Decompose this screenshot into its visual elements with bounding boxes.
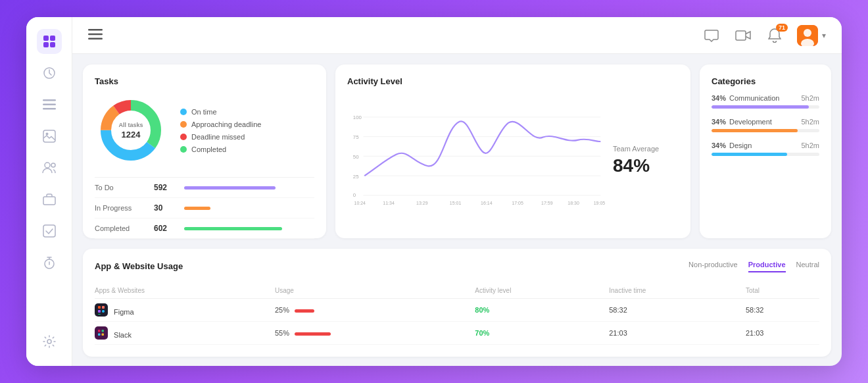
svg-point-15: [47, 340, 51, 344]
completed-dot: [180, 146, 187, 153]
slack-total: 21:03: [746, 322, 819, 345]
activity-inner: 100 75 50 25 0: [347, 94, 679, 226]
team-avg-value: 84%: [613, 155, 650, 176]
col-usage: Usage: [275, 284, 475, 299]
header: 71 ▾: [72, 17, 842, 54]
svg-rect-1: [50, 36, 55, 41]
col-inactive: Inactive time: [609, 284, 746, 299]
svg-text:75: 75: [353, 134, 359, 140]
main-window: 71 ▾ Tasks: [26, 17, 842, 366]
cat-comm-header: 34% Communication 5h2m: [711, 94, 819, 102]
slack-name: Slack: [114, 331, 132, 339]
svg-point-10: [45, 163, 50, 168]
missed-dot: [180, 134, 187, 140]
video-icon-button[interactable]: [734, 26, 752, 45]
table-row: Figma 25% 80% 58:32 58:32: [95, 299, 819, 322]
cat-comm-bar: [711, 105, 809, 109]
sidebar-item-clock[interactable]: [37, 61, 62, 86]
categories-card: Categories 34% Communication 5h2m: [700, 64, 831, 238]
user-menu[interactable]: ▾: [797, 25, 826, 46]
notification-badge: 71: [776, 24, 788, 32]
menu-button[interactable]: [88, 28, 103, 43]
inprogress-count: 30: [154, 203, 178, 213]
svg-rect-48: [98, 306, 101, 309]
table-row: Slack 55% 70% 21:03 21:03: [95, 322, 819, 345]
svg-rect-12: [43, 197, 55, 205]
cat-design-bar-bg: [711, 153, 819, 156]
top-content: Tasks: [72, 54, 842, 249]
sidebar-item-check[interactable]: [37, 218, 62, 243]
svg-rect-16: [88, 29, 103, 31]
slack-activity: 70%: [475, 322, 609, 345]
line-chart-svg: 100 75 50 25 0: [347, 94, 606, 226]
completed-count: 602: [154, 224, 178, 233]
tab-neutral[interactable]: Neutral: [796, 261, 819, 272]
usage-table-header: Apps & Websites Usage Activity level Ina…: [95, 284, 819, 299]
header-left: [88, 28, 103, 43]
svg-text:17:05: 17:05: [512, 201, 523, 205]
svg-rect-49: [102, 306, 105, 309]
bell-icon-button[interactable]: 71: [765, 26, 784, 45]
figma-app-cell: Figma: [95, 299, 275, 322]
team-average: Team Average 84%: [613, 94, 679, 226]
sidebar-item-settings[interactable]: [37, 329, 62, 354]
category-communication: 34% Communication 5h2m: [711, 94, 819, 109]
svg-text:11:34: 11:34: [383, 201, 395, 205]
svg-text:18:30: 18:30: [567, 201, 579, 205]
figma-usage-bar: [295, 309, 314, 313]
donut-center-label: All tasks 1224: [118, 120, 143, 141]
svg-rect-6: [43, 104, 56, 106]
usage-title: App & Website Usage: [95, 261, 183, 271]
svg-point-21: [804, 29, 811, 37]
usage-tabs: Non-productive Productive Neutral: [688, 261, 819, 272]
activity-card: Activity Level 100 75 50 25 0: [335, 64, 690, 238]
category-design: 34% Design 5h2m: [711, 141, 819, 156]
task-row-completed: Completed 602: [95, 218, 314, 239]
categories-title: Categories: [711, 76, 819, 86]
cat-comm-name-wrap: 34% Communication: [711, 94, 779, 102]
svg-rect-2: [43, 42, 49, 47]
cat-comm-name: Communication: [729, 94, 779, 102]
cat-design-header: 34% Design 5h2m: [711, 141, 819, 149]
svg-rect-55: [102, 330, 105, 332]
svg-text:17:59: 17:59: [541, 201, 553, 205]
sidebar-item-dashboard[interactable]: [37, 29, 62, 54]
slack-usage: 55%: [275, 322, 475, 345]
svg-rect-13: [43, 225, 55, 237]
tasks-top: All tasks 1224 On time Approaching deadl…: [95, 94, 314, 166]
cat-dev-header: 34% Development 5h2m: [711, 118, 819, 126]
svg-point-9: [45, 133, 48, 136]
cat-dev-bar-bg: [711, 129, 819, 132]
inprogress-label: In Progress: [95, 204, 147, 212]
svg-rect-52: [98, 314, 101, 315]
svg-text:13:29: 13:29: [416, 201, 428, 205]
todo-bar-wrap: [184, 186, 314, 190]
sidebar-item-list[interactable]: [37, 92, 62, 117]
line-chart-area: 100 75 50 25 0: [347, 94, 606, 226]
figma-usage-pct: 25%: [275, 306, 289, 314]
sidebar-item-image[interactable]: [37, 124, 62, 149]
legend-approaching: Approaching deadline: [180, 120, 261, 128]
col-app: Apps & Websites: [95, 284, 275, 299]
task-row-todo: To Do 592: [95, 178, 314, 198]
header-right: 71 ▾: [702, 25, 826, 46]
sidebar: [26, 17, 72, 366]
tab-non-productive[interactable]: Non-productive: [688, 261, 738, 272]
donut-legend: On time Approaching deadline Deadline mi…: [180, 108, 261, 153]
sidebar-item-briefcase[interactable]: [37, 187, 62, 212]
legend-completed: Completed: [180, 145, 261, 153]
chat-icon-button[interactable]: [702, 26, 721, 45]
svg-text:100: 100: [353, 115, 362, 120]
cat-dev-time: 5h2m: [801, 118, 819, 126]
svg-text:0: 0: [353, 192, 356, 198]
slack-app-cell: Slack: [95, 322, 275, 345]
sidebar-item-users[interactable]: [37, 155, 62, 180]
tab-productive[interactable]: Productive: [748, 261, 786, 272]
usage-header-row: App & Website Usage Non-productive Produ…: [95, 261, 819, 279]
svg-text:10:24: 10:24: [354, 201, 366, 205]
col-activity: Activity level: [475, 284, 609, 299]
svg-point-11: [51, 163, 55, 167]
sidebar-item-timer[interactable]: [37, 250, 62, 275]
chevron-down-icon: ▾: [822, 31, 826, 40]
svg-rect-7: [43, 108, 56, 110]
